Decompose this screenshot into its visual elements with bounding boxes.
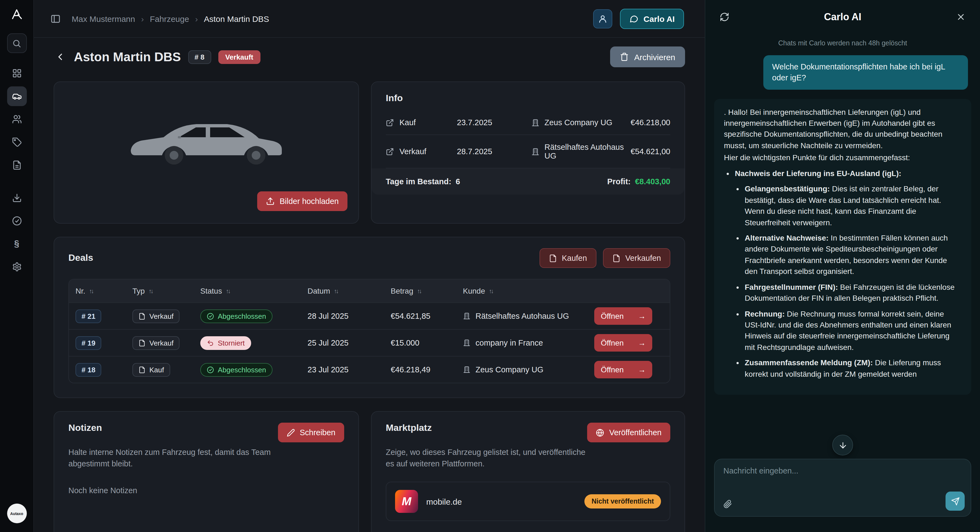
dashboard-grid-icon	[12, 68, 22, 78]
upload-images-button[interactable]: Bilder hochladen	[257, 191, 347, 211]
open-deal-button[interactable]: Öffnen→	[594, 361, 652, 378]
open-deal-button[interactable]: Öffnen→	[594, 334, 652, 352]
gear-icon	[12, 262, 22, 272]
chat-messages: Chats mit Carlo werden nach 48h gelöscht…	[705, 34, 980, 532]
arrow-right-icon: →	[638, 365, 646, 374]
info-title: Info	[386, 93, 670, 104]
send-button[interactable]	[945, 492, 965, 511]
chat-header: Carlo AI	[705, 0, 980, 34]
breadcrumb: Max Mustermann › Fahrzeuge › Aston Marti…	[72, 14, 269, 23]
buy-button[interactable]: Kaufen	[539, 248, 596, 268]
sale-amount: €54.621,00	[631, 147, 670, 156]
message-input-box	[714, 459, 971, 517]
info-card: Info Kauf 23.7.2025 Zeus Company UG €46.…	[371, 81, 685, 224]
sidebar-item-tasks[interactable]	[7, 211, 27, 231]
column-header-betrag[interactable]: Betrag↑↓	[391, 286, 463, 295]
attach-button[interactable]	[721, 497, 734, 511]
breadcrumb-item-vehicles[interactable]: Fahrzeuge	[150, 14, 189, 23]
sidebar-item-invoices[interactable]	[7, 155, 27, 175]
sort-icon: ↑↓	[489, 287, 493, 294]
column-header-nr[interactable]: Nr.↑↓	[75, 286, 132, 295]
message-input[interactable]	[714, 459, 971, 492]
deal-customer: Rätselhaftes Autohaus UG	[476, 312, 569, 321]
deals-title: Deals	[68, 253, 93, 264]
profit-label: Profit:	[608, 177, 631, 186]
status-badge: Abgeschlossen	[200, 309, 272, 323]
column-header-status[interactable]: Status↑↓	[200, 286, 307, 295]
external-link-icon[interactable]	[386, 118, 394, 127]
sort-icon: ↑↓	[148, 287, 153, 294]
table-row: # 18 Kauf Abgeschlossen 23 Jul 2025 €46.…	[69, 356, 670, 383]
search-icon	[12, 38, 21, 48]
topbar: Max Mustermann › Fahrzeuge › Aston Marti…	[34, 0, 705, 38]
mobile-de-logo: M	[395, 490, 418, 513]
user-menu-button[interactable]	[593, 9, 612, 28]
ai-bullet: Rechnung: Die Rechnung muss formal korre…	[745, 308, 961, 353]
send-icon	[951, 497, 959, 505]
file-icon	[138, 339, 146, 346]
column-header-kunde[interactable]: Kunde↑↓	[463, 286, 594, 295]
sidebar-item-dashboard[interactable]	[7, 64, 27, 83]
chevron-right-icon: ›	[195, 14, 198, 23]
publish-button[interactable]: Veröffentlichen	[587, 422, 670, 442]
marketplace-item[interactable]: M mobile.de Nicht veröffentlicht	[386, 482, 670, 521]
carlo-ai-button[interactable]: Carlo AI	[620, 8, 684, 29]
sidebar-item-deals[interactable]	[7, 132, 27, 152]
trash-icon	[620, 52, 629, 61]
refresh-icon	[719, 12, 729, 22]
deals-tag-icon	[12, 137, 22, 147]
external-link-icon[interactable]	[386, 147, 394, 156]
marketplace-list: M mobile.de Nicht veröffentlicht	[386, 482, 670, 521]
deal-date: 23 Jul 2025	[307, 365, 391, 374]
main-area: Max Mustermann › Fahrzeuge › Aston Marti…	[34, 0, 705, 532]
scroll-down-button[interactable]	[832, 435, 853, 456]
sidebar-item-import[interactable]	[7, 188, 27, 208]
app-logo-icon[interactable]	[10, 8, 23, 21]
archive-button[interactable]: Archivieren	[610, 46, 685, 67]
app-root: § Autaxo Max Mustermann › Fahrzeuge › As…	[0, 0, 980, 532]
notes-description: Halte interne Notizen zum Fahrzeug fest,…	[68, 447, 276, 470]
page-content: Aston Martin DBS # 8 Verkauft Archiviere…	[34, 38, 705, 532]
close-icon	[956, 12, 966, 22]
icon-sidebar: § Autaxo	[0, 0, 34, 532]
search-button[interactable]	[7, 33, 27, 53]
arrow-down-icon	[838, 440, 847, 450]
deals-card: Deals Kaufen Verkaufen Nr.	[54, 237, 685, 398]
globe-icon	[596, 429, 605, 437]
sidebar-item-contacts[interactable]	[7, 110, 27, 129]
refresh-chat-button[interactable]	[718, 10, 732, 24]
sidebar-item-settings[interactable]	[7, 257, 27, 277]
column-header-datum[interactable]: Datum↑↓	[307, 286, 391, 295]
deal-type-badge: Verkauf	[132, 336, 180, 349]
back-button[interactable]	[54, 50, 67, 64]
breadcrumb-item-user[interactable]: Max Mustermann	[72, 14, 135, 23]
deal-amount: €15.000	[391, 338, 463, 347]
close-chat-button[interactable]	[954, 10, 968, 24]
write-note-button[interactable]: Schreiben	[278, 422, 344, 442]
building-icon	[531, 118, 539, 127]
column-header-typ[interactable]: Typ↑↓	[132, 286, 200, 295]
sidebar-item-legal[interactable]: §	[7, 234, 27, 254]
sell-button[interactable]: Verkaufen	[603, 248, 670, 268]
status-badge: Abgeschlossen	[200, 363, 272, 376]
building-icon	[531, 147, 539, 156]
user-icon	[598, 14, 608, 23]
sort-icon: ↑↓	[89, 287, 93, 294]
download-icon	[12, 193, 22, 203]
ai-message: . Hallo! Bei innergemeinschaftlichen Lie…	[714, 99, 971, 395]
breadcrumb-item-current: Aston Martin DBS	[204, 14, 269, 23]
arrow-right-icon: →	[638, 312, 646, 321]
building-icon	[463, 366, 471, 373]
sale-date: 28.7.2025	[457, 147, 531, 156]
car-icon	[12, 91, 22, 101]
open-deal-button[interactable]: Öffnen→	[594, 307, 652, 325]
file-icon	[612, 254, 620, 262]
sidebar-item-vehicles[interactable]	[7, 86, 27, 106]
vehicle-number-badge: # 8	[188, 50, 211, 64]
profit-value: €8.403,00	[635, 177, 670, 186]
check-circle-icon	[12, 216, 22, 226]
pencil-icon	[286, 429, 295, 437]
deal-amount: €54.621,85	[391, 312, 463, 321]
chat-disclaimer: Chats mit Carlo werden nach 48h gelöscht	[705, 40, 980, 47]
sidebar-toggle-button[interactable]	[50, 13, 61, 24]
